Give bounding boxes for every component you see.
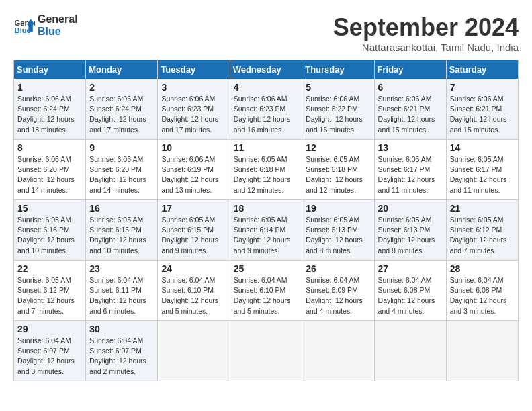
logo: General Blue General Blue [13, 13, 78, 37]
calendar-cell: 29Sunrise: 6:04 AMSunset: 6:07 PMDayligh… [14, 321, 86, 381]
logo-icon: General Blue [13, 15, 35, 36]
day-info: Sunrise: 6:04 AMSunset: 6:07 PMDaylight:… [89, 336, 154, 377]
calendar-cell: 28Sunrise: 6:04 AMSunset: 6:08 PMDayligh… [446, 261, 518, 321]
day-info: Sunrise: 6:04 AMSunset: 6:10 PMDaylight:… [234, 275, 300, 316]
day-info: Sunrise: 6:05 AMSunset: 6:15 PMDaylight:… [161, 215, 226, 256]
calendar-cell [302, 321, 374, 381]
day-number: 6 [378, 82, 443, 93]
day-number: 11 [234, 142, 300, 153]
calendar-week-row: 22Sunrise: 6:05 AMSunset: 6:12 PMDayligh… [14, 261, 519, 321]
logo-text-line2: Blue [38, 26, 78, 38]
day-info: Sunrise: 6:04 AMSunset: 6:08 PMDaylight:… [450, 275, 515, 316]
day-number: 14 [450, 142, 515, 153]
day-number: 4 [234, 82, 300, 93]
day-number: 13 [378, 142, 443, 153]
day-number: 3 [161, 82, 226, 93]
day-number: 27 [378, 263, 443, 274]
calendar-cell: 9Sunrise: 6:06 AMSunset: 6:20 PMDaylight… [86, 140, 158, 200]
calendar-cell: 19Sunrise: 6:05 AMSunset: 6:13 PMDayligh… [302, 200, 374, 261]
calendar-cell [230, 321, 302, 381]
calendar-cell: 1Sunrise: 6:06 AMSunset: 6:24 PMDaylight… [14, 79, 86, 140]
day-number: 20 [378, 203, 443, 214]
calendar-cell: 13Sunrise: 6:05 AMSunset: 6:17 PMDayligh… [374, 140, 446, 200]
day-number: 16 [89, 203, 154, 214]
calendar-cell: 25Sunrise: 6:04 AMSunset: 6:10 PMDayligh… [230, 261, 302, 321]
calendar-cell: 14Sunrise: 6:05 AMSunset: 6:17 PMDayligh… [446, 140, 518, 200]
day-number: 12 [306, 142, 371, 153]
month-title: September 2024 [333, 13, 519, 42]
calendar-cell: 23Sunrise: 6:04 AMSunset: 6:11 PMDayligh… [86, 261, 158, 321]
day-number: 25 [234, 263, 300, 274]
calendar-cell: 22Sunrise: 6:05 AMSunset: 6:12 PMDayligh… [14, 261, 86, 321]
day-number: 15 [17, 203, 83, 214]
day-info: Sunrise: 6:05 AMSunset: 6:12 PMDaylight:… [17, 275, 83, 316]
day-info: Sunrise: 6:05 AMSunset: 6:12 PMDaylight:… [450, 215, 515, 256]
calendar-cell: 2Sunrise: 6:06 AMSunset: 6:24 PMDaylight… [86, 79, 158, 140]
day-info: Sunrise: 6:06 AMSunset: 6:22 PMDaylight:… [306, 94, 371, 135]
calendar-cell: 30Sunrise: 6:04 AMSunset: 6:07 PMDayligh… [86, 321, 158, 381]
calendar-cell: 16Sunrise: 6:05 AMSunset: 6:15 PMDayligh… [86, 200, 158, 261]
calendar-cell: 10Sunrise: 6:06 AMSunset: 6:19 PMDayligh… [158, 140, 230, 200]
calendar-cell [446, 321, 518, 381]
day-number: 8 [17, 142, 83, 153]
col-header-sunday: Sunday [14, 60, 86, 79]
day-info: Sunrise: 6:05 AMSunset: 6:16 PMDaylight:… [17, 215, 83, 256]
day-info: Sunrise: 6:06 AMSunset: 6:21 PMDaylight:… [450, 94, 515, 135]
title-block: September 2024 Nattarasankottai, Tamil N… [333, 13, 519, 53]
day-info: Sunrise: 6:04 AMSunset: 6:10 PMDaylight:… [161, 275, 226, 316]
calendar-cell: 17Sunrise: 6:05 AMSunset: 6:15 PMDayligh… [158, 200, 230, 261]
calendar-cell: 5Sunrise: 6:06 AMSunset: 6:22 PMDaylight… [302, 79, 374, 140]
svg-text:Blue: Blue [15, 26, 31, 34]
day-info: Sunrise: 6:05 AMSunset: 6:18 PMDaylight:… [234, 154, 300, 195]
calendar-cell [158, 321, 230, 381]
day-number: 19 [306, 203, 371, 214]
col-header-wednesday: Wednesday [230, 60, 302, 79]
calendar-table: SundayMondayTuesdayWednesdayThursdayFrid… [13, 60, 519, 381]
day-number: 17 [161, 203, 226, 214]
day-info: Sunrise: 6:06 AMSunset: 6:24 PMDaylight:… [17, 94, 83, 135]
calendar-cell: 6Sunrise: 6:06 AMSunset: 6:21 PMDaylight… [374, 79, 446, 140]
day-number: 30 [89, 324, 154, 334]
calendar-cell: 8Sunrise: 6:06 AMSunset: 6:20 PMDaylight… [14, 140, 86, 200]
col-header-friday: Friday [374, 60, 446, 79]
day-number: 9 [89, 142, 154, 153]
day-info: Sunrise: 6:05 AMSunset: 6:14 PMDaylight:… [234, 215, 300, 256]
calendar-cell: 4Sunrise: 6:06 AMSunset: 6:23 PMDaylight… [230, 79, 302, 140]
day-number: 2 [89, 82, 154, 93]
day-info: Sunrise: 6:04 AMSunset: 6:08 PMDaylight:… [378, 275, 443, 316]
col-header-thursday: Thursday [302, 60, 374, 79]
day-info: Sunrise: 6:06 AMSunset: 6:21 PMDaylight:… [378, 94, 443, 135]
day-info: Sunrise: 6:05 AMSunset: 6:17 PMDaylight:… [450, 154, 515, 195]
logo-text-line1: General [38, 13, 78, 26]
day-info: Sunrise: 6:06 AMSunset: 6:24 PMDaylight:… [89, 94, 154, 135]
calendar-cell: 3Sunrise: 6:06 AMSunset: 6:23 PMDaylight… [158, 79, 230, 140]
day-number: 24 [161, 263, 226, 274]
col-header-tuesday: Tuesday [158, 60, 230, 79]
day-number: 1 [17, 82, 83, 93]
day-number: 29 [17, 324, 83, 334]
col-header-saturday: Saturday [446, 60, 518, 79]
calendar-week-row: 8Sunrise: 6:06 AMSunset: 6:20 PMDaylight… [14, 140, 519, 200]
day-number: 10 [161, 142, 226, 153]
day-number: 7 [450, 82, 515, 93]
day-number: 22 [17, 263, 83, 274]
calendar-cell [374, 321, 446, 381]
day-info: Sunrise: 6:04 AMSunset: 6:07 PMDaylight:… [17, 336, 83, 377]
page-header: General Blue General Blue September 2024… [13, 13, 519, 53]
day-info: Sunrise: 6:05 AMSunset: 6:13 PMDaylight:… [378, 215, 443, 256]
calendar-week-row: 15Sunrise: 6:05 AMSunset: 6:16 PMDayligh… [14, 200, 519, 261]
day-info: Sunrise: 6:05 AMSunset: 6:15 PMDaylight:… [89, 215, 154, 256]
day-number: 23 [89, 263, 154, 274]
calendar-cell: 18Sunrise: 6:05 AMSunset: 6:14 PMDayligh… [230, 200, 302, 261]
calendar-week-row: 1Sunrise: 6:06 AMSunset: 6:24 PMDaylight… [14, 79, 519, 140]
calendar-cell: 7Sunrise: 6:06 AMSunset: 6:21 PMDaylight… [446, 79, 518, 140]
day-info: Sunrise: 6:04 AMSunset: 6:11 PMDaylight:… [89, 275, 154, 316]
calendar-cell: 20Sunrise: 6:05 AMSunset: 6:13 PMDayligh… [374, 200, 446, 261]
calendar-cell: 24Sunrise: 6:04 AMSunset: 6:10 PMDayligh… [158, 261, 230, 321]
calendar-cell: 15Sunrise: 6:05 AMSunset: 6:16 PMDayligh… [14, 200, 86, 261]
day-number: 5 [306, 82, 371, 93]
day-info: Sunrise: 6:06 AMSunset: 6:19 PMDaylight:… [161, 154, 226, 195]
calendar-cell: 12Sunrise: 6:05 AMSunset: 6:18 PMDayligh… [302, 140, 374, 200]
calendar-cell: 21Sunrise: 6:05 AMSunset: 6:12 PMDayligh… [446, 200, 518, 261]
day-info: Sunrise: 6:05 AMSunset: 6:18 PMDaylight:… [306, 154, 371, 195]
